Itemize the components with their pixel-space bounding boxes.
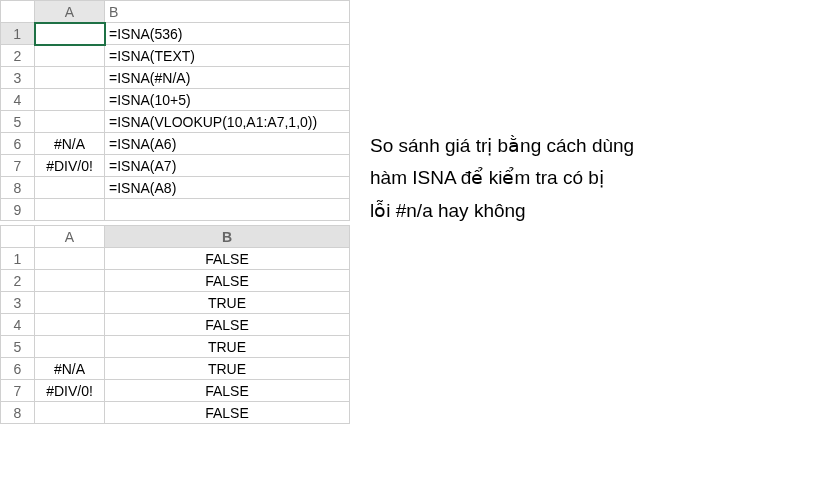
cell-a7[interactable]: #DIV/0! [35, 155, 105, 177]
cell-a9[interactable] [35, 199, 105, 221]
row-header-3[interactable]: 3 [1, 67, 35, 89]
cell-b3[interactable]: =ISNA(#N/A) [105, 67, 350, 89]
cell-b1[interactable]: =ISNA(536) [105, 23, 350, 45]
spreadsheet-area: A B 1 =ISNA(536) 2 =ISNA(TEXT) 3 =ISNA(#… [0, 0, 350, 424]
select-all-corner-2[interactable] [1, 226, 35, 248]
cell-a7b[interactable]: #DIV/0! [35, 380, 105, 402]
row-header-9[interactable]: 9 [1, 199, 35, 221]
cell-b7b[interactable]: FALSE [105, 380, 350, 402]
row-header-7b[interactable]: 7 [1, 380, 35, 402]
explanation-text: So sánh giá trị bằng cách dùng hàm ISNA … [350, 0, 644, 227]
cell-b4[interactable]: =ISNA(10+5) [105, 89, 350, 111]
cell-b6[interactable]: =ISNA(A6) [105, 133, 350, 155]
cell-a8[interactable] [35, 177, 105, 199]
cell-a4[interactable] [35, 89, 105, 111]
col-header-b[interactable]: B [105, 1, 350, 23]
cell-b5[interactable]: =ISNA(VLOOKUP(10,A1:A7,1,0)) [105, 111, 350, 133]
cell-a3[interactable] [35, 67, 105, 89]
results-table: A B 1 FALSE 2 FALSE 3 TRUE 4 FALSE [0, 225, 350, 424]
cell-b8[interactable]: =ISNA(A8) [105, 177, 350, 199]
cell-a1b[interactable] [35, 248, 105, 270]
cell-b1b[interactable]: FALSE [105, 248, 350, 270]
row-header-5b[interactable]: 5 [1, 336, 35, 358]
cell-b2b[interactable]: FALSE [105, 270, 350, 292]
row-header-8[interactable]: 8 [1, 177, 35, 199]
row-header-1[interactable]: 1 [1, 23, 35, 45]
cell-a2[interactable] [35, 45, 105, 67]
cell-b6b[interactable]: TRUE [105, 358, 350, 380]
cell-b8b[interactable]: FALSE [105, 402, 350, 424]
cell-a2b[interactable] [35, 270, 105, 292]
cell-a1[interactable] [35, 23, 105, 45]
row-header-4b[interactable]: 4 [1, 314, 35, 336]
cell-a4b[interactable] [35, 314, 105, 336]
cell-b3b[interactable]: TRUE [105, 292, 350, 314]
cell-b4b[interactable]: FALSE [105, 314, 350, 336]
cell-a3b[interactable] [35, 292, 105, 314]
row-header-6[interactable]: 6 [1, 133, 35, 155]
cell-a6[interactable]: #N/A [35, 133, 105, 155]
col-header-a-2[interactable]: A [35, 226, 105, 248]
cell-b5b[interactable]: TRUE [105, 336, 350, 358]
row-header-2b[interactable]: 2 [1, 270, 35, 292]
row-header-8b[interactable]: 8 [1, 402, 35, 424]
cell-a5[interactable] [35, 111, 105, 133]
cell-a5b[interactable] [35, 336, 105, 358]
cell-b2[interactable]: =ISNA(TEXT) [105, 45, 350, 67]
caption-line-3: lỗi #n/a hay không [370, 200, 526, 221]
select-all-corner[interactable] [1, 1, 35, 23]
row-header-7[interactable]: 7 [1, 155, 35, 177]
row-header-2[interactable]: 2 [1, 45, 35, 67]
cell-a8b[interactable] [35, 402, 105, 424]
cell-b9[interactable] [105, 199, 350, 221]
row-header-6b[interactable]: 6 [1, 358, 35, 380]
col-header-b-2[interactable]: B [105, 226, 350, 248]
cell-a6b[interactable]: #N/A [35, 358, 105, 380]
caption-line-1: So sánh giá trị bằng cách dùng [370, 135, 634, 156]
formulas-table: A B 1 =ISNA(536) 2 =ISNA(TEXT) 3 =ISNA(#… [0, 0, 350, 221]
row-header-3b[interactable]: 3 [1, 292, 35, 314]
cell-b7[interactable]: =ISNA(A7) [105, 155, 350, 177]
row-header-4[interactable]: 4 [1, 89, 35, 111]
row-header-5[interactable]: 5 [1, 111, 35, 133]
col-header-a[interactable]: A [35, 1, 105, 23]
caption-line-2: hàm ISNA để kiểm tra có bị [370, 167, 604, 188]
row-header-1b[interactable]: 1 [1, 248, 35, 270]
